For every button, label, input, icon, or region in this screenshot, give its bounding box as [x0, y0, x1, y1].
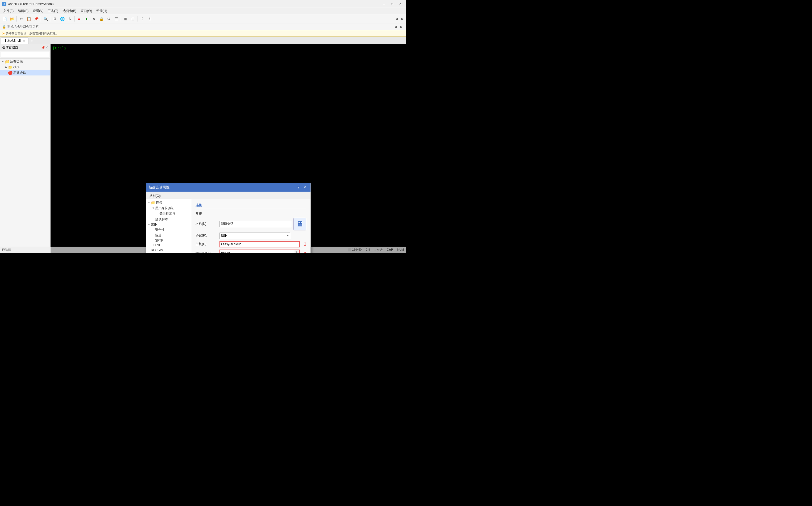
content-panel: 连接 常规 名称(N): 🖥	[191, 199, 311, 253]
cat-sftp[interactable]: SFTP	[146, 238, 191, 243]
menu-help[interactable]: 帮助(H)	[94, 8, 109, 14]
dialog-close-btn[interactable]: ✕	[302, 185, 308, 190]
cat-text: 登录提示符	[159, 212, 175, 216]
tree-label: 新建会话	[13, 70, 26, 75]
address-bar-text: 主机IP地址或会话名称	[7, 24, 39, 29]
address-lock-icon: 🔒	[2, 25, 6, 29]
port-input[interactable]	[220, 250, 294, 253]
cat-connection[interactable]: ▼ 📁 连接	[146, 200, 191, 205]
menu-tools[interactable]: 工具(T)	[46, 8, 60, 14]
menu-view[interactable]: 查看(V)	[30, 8, 46, 14]
addr-nav-forward[interactable]: ▶	[399, 24, 404, 29]
search-btn[interactable]: 🔍	[42, 15, 49, 22]
cat-rlogin[interactable]: RLOGIN	[146, 248, 191, 252]
subsection-general: 常规	[196, 212, 306, 216]
cat-auth[interactable]: ▼ 用户身份验证	[146, 205, 191, 211]
cat-text: 登录脚本	[155, 217, 168, 222]
sidebar-search-input[interactable]	[1, 52, 49, 58]
open-btn[interactable]: 📂	[8, 15, 15, 22]
help-btn[interactable]: ?	[139, 15, 146, 22]
port-label: 端口号(O):	[196, 251, 219, 253]
paste-btn[interactable]: 📌	[33, 15, 40, 22]
info-bar-icon: ➤	[2, 31, 5, 35]
addr-nav-back[interactable]: ◀	[393, 24, 398, 29]
sidebar-search	[0, 51, 50, 59]
dialog-titlebar: 新建会话属性 ? ✕	[146, 183, 311, 192]
host-label: 主机(H):	[196, 242, 219, 246]
sidebar-pin-btn[interactable]: 📌	[41, 46, 45, 50]
cat-folder-icon: 📁	[151, 201, 155, 204]
settings-btn[interactable]: ⚙	[106, 15, 112, 22]
grid-btn[interactable]: ⊞	[122, 15, 129, 22]
port-up-btn[interactable]: ▲	[294, 250, 299, 253]
close-button[interactable]: ✕	[396, 1, 404, 7]
cat-tunnel[interactable]: 隧道	[146, 233, 191, 238]
expand-icon	[4, 71, 8, 75]
screen-btn[interactable]: 🖥	[51, 15, 58, 22]
menu-bar: 文件(F) 编辑(E) 查看(V) 工具(T) 选项卡(B) 窗口(W) 帮助(…	[0, 8, 406, 14]
menu-window[interactable]: 窗口(W)	[78, 8, 94, 14]
protocol-label: 协议(P):	[196, 233, 219, 238]
session-icon: 🖥	[293, 218, 306, 230]
info-btn[interactable]: ℹ	[146, 15, 153, 22]
dialog-help-btn[interactable]: ?	[295, 185, 301, 190]
cat-login-prompt[interactable]: 登录提示符	[146, 211, 191, 217]
font-btn[interactable]: A	[66, 15, 73, 22]
name-label: 名称(N):	[196, 222, 219, 226]
form-row-name: 名称(N): 🖥	[196, 218, 306, 230]
tab-local-shell[interactable]: 1 本地Shell ✕	[1, 37, 28, 44]
address-bar: 🔒 主机IP地址或会话名称 ◀ ▶	[0, 23, 406, 30]
cat-text: SFTP	[155, 239, 163, 242]
cross-btn[interactable]: ✕	[90, 15, 97, 22]
new-session-btn[interactable]: 📄	[1, 15, 8, 22]
dialog-body: ▼ 📁 连接 ▼ 用户身份验证 登录提示符	[146, 199, 311, 253]
terminal-area[interactable]: [C:\]$ 新建会话属性 ? ✕ 类别(C):	[51, 44, 406, 253]
cat-ssh[interactable]: ▼ SSH	[146, 222, 191, 227]
dialog-overlay: 新建会话属性 ? ✕ 类别(C): ▼	[51, 44, 406, 253]
category-label: 类别(C):	[149, 194, 161, 198]
lock-btn[interactable]: 🔒	[98, 15, 105, 22]
menu-file[interactable]: 文件(F)	[1, 8, 16, 14]
section-connection: 连接	[196, 203, 306, 208]
tree-item-new-session[interactable]: 🔴 新建会话	[0, 70, 50, 76]
menu-btn[interactable]: ☰	[113, 15, 120, 22]
sidebar-close-btn[interactable]: ✕	[46, 46, 48, 50]
protocol-select[interactable]: SSH Telnet RLOGIN Serial	[219, 233, 290, 239]
app-icon: X	[2, 2, 6, 6]
cat-text: RLOGIN	[151, 248, 163, 252]
menu-edit[interactable]: 编辑(E)	[16, 8, 30, 14]
cat-security[interactable]: 安全性	[146, 227, 191, 233]
nav-back[interactable]: ◀	[394, 16, 399, 21]
globe-btn[interactable]: 🌐	[59, 15, 66, 22]
nav-forward[interactable]: ▶	[400, 16, 405, 21]
copy-btn[interactable]: 📋	[25, 15, 32, 22]
port-number-badge: 2	[304, 251, 306, 253]
green-btn[interactable]: ●	[83, 15, 90, 22]
tree-item-all-sessions[interactable]: ▼ 📁 所有会话	[0, 59, 50, 64]
dialog-title: 新建会话属性	[149, 185, 295, 190]
tree-label: 所有会话	[10, 59, 23, 64]
host-input[interactable]	[219, 241, 299, 247]
menu-tabs[interactable]: 选项卡(B)	[60, 8, 78, 14]
split-btn[interactable]: ⊟	[130, 15, 136, 22]
category-panel: ▼ 📁 连接 ▼ 用户身份验证 登录提示符	[146, 199, 191, 253]
maximize-button[interactable]: □	[389, 1, 396, 7]
name-input[interactable]	[219, 221, 291, 227]
tab-close-icon[interactable]: ✕	[23, 39, 25, 42]
minimize-button[interactable]: ─	[381, 1, 388, 7]
tab-add-button[interactable]: +	[29, 38, 35, 44]
cut-btn[interactable]: ✂	[18, 15, 25, 22]
tab-bar: 1 本地Shell ✕ +	[0, 37, 406, 44]
cat-expand-icon: ▼	[147, 201, 151, 204]
cat-login-script[interactable]: 登录脚本	[146, 217, 191, 222]
tree-item-room[interactable]: ▶ 📁 机房	[0, 64, 50, 70]
folder-icon: 📁	[5, 60, 9, 64]
cat-telnet[interactable]: TELNET	[146, 243, 191, 248]
cat-text: 用户身份验证	[155, 206, 174, 210]
expand-icon: ▼	[1, 60, 5, 64]
form-row-protocol: 协议(P): SSH Telnet RLOGIN Serial ▼	[196, 233, 306, 239]
cat-serial[interactable]: 串口	[146, 252, 191, 253]
sidebar-tree: ▼ 📁 所有会话 ▶ 📁 机房 🔴 新建会话	[0, 59, 50, 253]
red-btn[interactable]: ●	[76, 15, 82, 22]
category-label-row: 类别(C):	[146, 192, 311, 199]
